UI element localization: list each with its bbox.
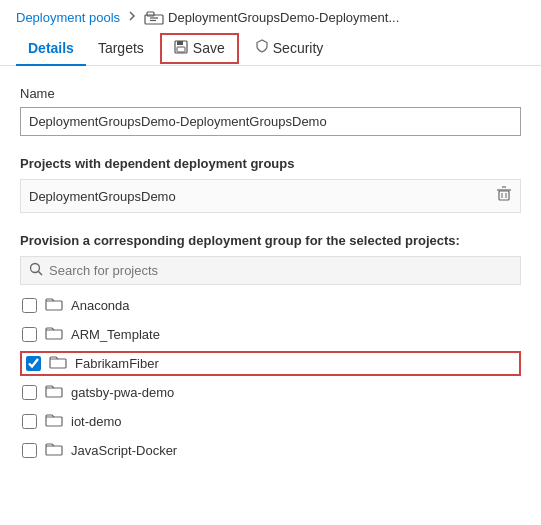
svg-rect-16 bbox=[50, 359, 66, 368]
project-list-item: DeploymentGroupsDemo bbox=[20, 179, 521, 213]
svg-rect-7 bbox=[499, 191, 509, 200]
svg-rect-18 bbox=[46, 417, 62, 426]
folder-icon-arm-template bbox=[45, 326, 63, 343]
breadcrumb: Deployment pools DeploymentGroupsDemo-De… bbox=[0, 0, 541, 31]
folder-icon-fabrikam-fiber bbox=[49, 355, 67, 372]
project-item-name: DeploymentGroupsDemo bbox=[29, 189, 176, 204]
checkbox-gatsby-pwa-demo[interactable] bbox=[22, 385, 37, 400]
breadcrumb-current: DeploymentGroupsDemo-Deployment... bbox=[168, 10, 399, 25]
projects-section-title: Projects with dependent deployment group… bbox=[20, 156, 521, 171]
checkbox-item-anaconda: Anaconda bbox=[20, 293, 521, 318]
checkbox-item-javascript-docker: JavaScript-Docker bbox=[20, 438, 521, 463]
checkbox-label-fabrikam-fiber: FabrikamFiber bbox=[75, 356, 159, 371]
svg-point-12 bbox=[31, 264, 40, 273]
checkbox-item-gatsby-pwa-demo: gatsby-pwa-demo bbox=[20, 380, 521, 405]
tab-targets[interactable]: Targets bbox=[86, 32, 156, 66]
checkbox-label-anaconda: Anaconda bbox=[71, 298, 130, 313]
search-input[interactable] bbox=[49, 263, 512, 278]
svg-rect-19 bbox=[46, 446, 62, 455]
checkbox-item-fabrikam-fiber: FabrikamFiber bbox=[20, 351, 521, 376]
delete-project-icon[interactable] bbox=[496, 186, 512, 206]
name-field-group: Name bbox=[20, 86, 521, 136]
security-tab-label: Security bbox=[273, 40, 324, 56]
provision-section: Provision a corresponding deployment gro… bbox=[20, 233, 521, 463]
checkbox-item-iot-demo: iot-demo bbox=[20, 409, 521, 434]
checkbox-arm-template[interactable] bbox=[22, 327, 37, 342]
projects-section: Projects with dependent deployment group… bbox=[20, 156, 521, 213]
checkbox-label-arm-template: ARM_Template bbox=[71, 327, 160, 342]
svg-line-13 bbox=[39, 272, 43, 276]
checkbox-label-javascript-docker: JavaScript-Docker bbox=[71, 443, 177, 458]
name-input[interactable] bbox=[20, 107, 521, 136]
folder-icon-gatsby-pwa-demo bbox=[45, 384, 63, 401]
svg-rect-15 bbox=[46, 330, 62, 339]
svg-rect-17 bbox=[46, 388, 62, 397]
tab-security[interactable]: Security bbox=[243, 31, 336, 66]
project-checkbox-list: Anaconda ARM_Template FabrikamFiber gats… bbox=[20, 293, 521, 463]
checkbox-javascript-docker[interactable] bbox=[22, 443, 37, 458]
svg-rect-6 bbox=[177, 47, 185, 52]
content-area: Name Projects with dependent deployment … bbox=[0, 66, 541, 483]
checkbox-iot-demo[interactable] bbox=[22, 414, 37, 429]
search-icon bbox=[29, 262, 43, 279]
tabs-bar: Details Targets Save Security bbox=[0, 31, 541, 66]
svg-rect-5 bbox=[177, 41, 183, 45]
folder-icon-javascript-docker bbox=[45, 442, 63, 459]
breadcrumb-link[interactable]: Deployment pools bbox=[16, 10, 120, 25]
search-box bbox=[20, 256, 521, 285]
shield-icon bbox=[255, 39, 269, 56]
folder-icon-anaconda bbox=[45, 297, 63, 314]
breadcrumb-group-icon bbox=[144, 11, 164, 25]
provision-label: Provision a corresponding deployment gro… bbox=[20, 233, 521, 248]
save-button[interactable]: Save bbox=[160, 33, 239, 64]
checkbox-anaconda[interactable] bbox=[22, 298, 37, 313]
checkbox-label-gatsby-pwa-demo: gatsby-pwa-demo bbox=[71, 385, 174, 400]
svg-rect-14 bbox=[46, 301, 62, 310]
checkbox-fabrikam-fiber[interactable] bbox=[26, 356, 41, 371]
checkbox-item-arm-template: ARM_Template bbox=[20, 322, 521, 347]
save-icon bbox=[174, 40, 188, 57]
tab-details[interactable]: Details bbox=[16, 32, 86, 66]
name-label: Name bbox=[20, 86, 521, 101]
checkbox-label-iot-demo: iot-demo bbox=[71, 414, 122, 429]
folder-icon-iot-demo bbox=[45, 413, 63, 430]
breadcrumb-separator bbox=[126, 10, 138, 25]
save-label: Save bbox=[193, 40, 225, 56]
